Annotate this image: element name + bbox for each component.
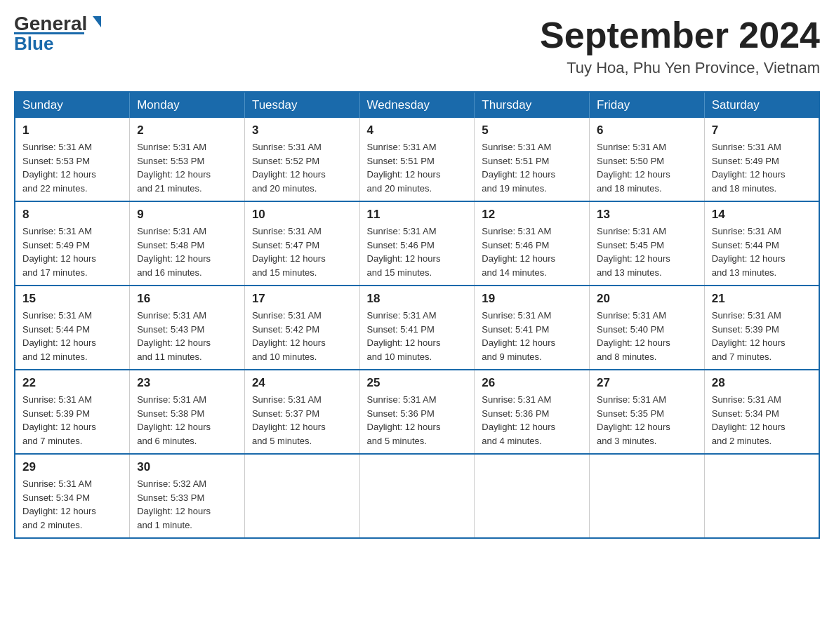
calendar-cell [590,454,705,538]
calendar-table: Sunday Monday Tuesday Wednesday Thursday… [14,91,820,539]
day-number: 11 [367,208,468,222]
day-number: 8 [22,208,122,222]
day-number: 13 [597,208,697,222]
calendar-cell: 25 Sunrise: 5:31 AMSunset: 5:36 PMDaylig… [359,370,475,454]
day-info: Sunrise: 5:31 AMSunset: 5:45 PMDaylight:… [597,224,697,279]
day-number: 2 [137,123,237,137]
header-tuesday: Tuesday [244,92,359,118]
calendar-cell: 24 Sunrise: 5:31 AMSunset: 5:37 PMDaylig… [244,370,359,454]
svg-marker-0 [93,16,101,27]
calendar-week-2: 8 Sunrise: 5:31 AMSunset: 5:49 PMDayligh… [15,201,819,286]
day-info: Sunrise: 5:31 AMSunset: 5:35 PMDaylight:… [597,393,697,448]
day-info: Sunrise: 5:31 AMSunset: 5:34 PMDaylight:… [712,393,812,448]
calendar-cell: 18 Sunrise: 5:31 AMSunset: 5:41 PMDaylig… [359,286,475,370]
header-saturday: Saturday [704,92,819,118]
day-number: 1 [22,123,122,137]
day-info: Sunrise: 5:31 AMSunset: 5:53 PMDaylight:… [137,140,237,195]
calendar-cell: 17 Sunrise: 5:31 AMSunset: 5:42 PMDaylig… [244,286,359,370]
calendar-week-5: 29 Sunrise: 5:31 AMSunset: 5:34 PMDaylig… [15,454,819,538]
day-number: 12 [482,208,582,222]
day-info: Sunrise: 5:32 AMSunset: 5:33 PMDaylight:… [137,477,237,532]
calendar-cell: 4 Sunrise: 5:31 AMSunset: 5:51 PMDayligh… [359,118,475,201]
calendar-cell: 23 Sunrise: 5:31 AMSunset: 5:38 PMDaylig… [130,370,245,454]
day-info: Sunrise: 5:31 AMSunset: 5:50 PMDaylight:… [597,140,697,195]
day-info: Sunrise: 5:31 AMSunset: 5:34 PMDaylight:… [22,477,122,532]
header-wednesday: Wednesday [359,92,475,118]
calendar-cell [475,454,590,538]
day-number: 27 [597,376,697,390]
calendar-cell: 28 Sunrise: 5:31 AMSunset: 5:34 PMDaylig… [704,370,819,454]
calendar-cell: 3 Sunrise: 5:31 AMSunset: 5:52 PMDayligh… [244,118,359,201]
day-info: Sunrise: 5:31 AMSunset: 5:46 PMDaylight:… [367,224,468,279]
day-number: 24 [252,376,352,390]
location: Tuy Hoa, Phu Yen Province, Vietnam [540,59,820,77]
day-number: 14 [712,208,812,222]
day-info: Sunrise: 5:31 AMSunset: 5:41 PMDaylight:… [367,309,468,363]
calendar-cell: 2 Sunrise: 5:31 AMSunset: 5:53 PMDayligh… [130,118,245,201]
day-info: Sunrise: 5:31 AMSunset: 5:39 PMDaylight:… [712,309,812,363]
day-number: 15 [22,292,122,306]
day-number: 10 [252,208,352,222]
calendar-cell: 11 Sunrise: 5:31 AMSunset: 5:46 PMDaylig… [359,201,475,286]
calendar-cell: 16 Sunrise: 5:31 AMSunset: 5:43 PMDaylig… [130,286,245,370]
day-number: 29 [22,460,122,474]
day-info: Sunrise: 5:31 AMSunset: 5:41 PMDaylight:… [482,309,582,363]
day-info: Sunrise: 5:31 AMSunset: 5:43 PMDaylight:… [137,309,237,363]
day-info: Sunrise: 5:31 AMSunset: 5:39 PMDaylight:… [22,393,122,448]
header-sunday: Sunday [15,92,130,118]
calendar-cell: 9 Sunrise: 5:31 AMSunset: 5:48 PMDayligh… [130,201,245,286]
calendar-cell: 13 Sunrise: 5:31 AMSunset: 5:45 PMDaylig… [590,201,705,286]
day-number: 7 [712,123,812,137]
day-number: 4 [367,123,468,137]
day-number: 25 [367,376,468,390]
calendar-cell: 21 Sunrise: 5:31 AMSunset: 5:39 PMDaylig… [704,286,819,370]
day-info: Sunrise: 5:31 AMSunset: 5:51 PMDaylight:… [367,140,468,195]
day-info: Sunrise: 5:31 AMSunset: 5:40 PMDaylight:… [597,309,697,363]
logo-blue: Blue [14,34,53,53]
day-info: Sunrise: 5:31 AMSunset: 5:49 PMDaylight:… [22,224,122,279]
day-info: Sunrise: 5:31 AMSunset: 5:51 PMDaylight:… [482,140,582,195]
header-monday: Monday [130,92,245,118]
day-info: Sunrise: 5:31 AMSunset: 5:49 PMDaylight:… [712,140,812,195]
calendar-cell: 1 Sunrise: 5:31 AMSunset: 5:53 PMDayligh… [15,118,130,201]
day-number: 6 [597,123,697,137]
calendar-cell: 15 Sunrise: 5:31 AMSunset: 5:44 PMDaylig… [15,286,130,370]
calendar-cell: 7 Sunrise: 5:31 AMSunset: 5:49 PMDayligh… [704,118,819,201]
calendar-cell: 6 Sunrise: 5:31 AMSunset: 5:50 PMDayligh… [590,118,705,201]
calendar-week-4: 22 Sunrise: 5:31 AMSunset: 5:39 PMDaylig… [15,370,819,454]
logo-triangle-icon [88,15,104,30]
calendar-cell: 20 Sunrise: 5:31 AMSunset: 5:40 PMDaylig… [590,286,705,370]
day-info: Sunrise: 5:31 AMSunset: 5:44 PMDaylight:… [22,309,122,363]
day-info: Sunrise: 5:31 AMSunset: 5:36 PMDaylight:… [367,393,468,448]
day-number: 26 [482,376,582,390]
calendar-cell: 14 Sunrise: 5:31 AMSunset: 5:44 PMDaylig… [704,201,819,286]
day-number: 23 [137,376,237,390]
day-number: 30 [137,460,237,474]
page-header: General Blue September 2024 Tuy Hoa, Phu… [14,14,820,77]
day-number: 18 [367,292,468,306]
logo-general: General [14,14,87,34]
calendar-cell: 30 Sunrise: 5:32 AMSunset: 5:33 PMDaylig… [130,454,245,538]
month-title: September 2024 [540,14,820,56]
logo: General Blue [14,14,104,53]
day-info: Sunrise: 5:31 AMSunset: 5:38 PMDaylight:… [137,393,237,448]
day-info: Sunrise: 5:31 AMSunset: 5:46 PMDaylight:… [482,224,582,279]
day-info: Sunrise: 5:31 AMSunset: 5:47 PMDaylight:… [252,224,352,279]
title-section: September 2024 Tuy Hoa, Phu Yen Province… [540,14,820,77]
calendar-cell: 27 Sunrise: 5:31 AMSunset: 5:35 PMDaylig… [590,370,705,454]
calendar-cell: 8 Sunrise: 5:31 AMSunset: 5:49 PMDayligh… [15,201,130,286]
header-thursday: Thursday [475,92,590,118]
day-info: Sunrise: 5:31 AMSunset: 5:48 PMDaylight:… [137,224,237,279]
calendar-cell: 29 Sunrise: 5:31 AMSunset: 5:34 PMDaylig… [15,454,130,538]
day-number: 28 [712,376,812,390]
calendar-cell [244,454,359,538]
day-info: Sunrise: 5:31 AMSunset: 5:37 PMDaylight:… [252,393,352,448]
calendar-cell [704,454,819,538]
header-friday: Friday [590,92,705,118]
calendar-header-row: Sunday Monday Tuesday Wednesday Thursday… [15,92,819,118]
calendar-cell: 26 Sunrise: 5:31 AMSunset: 5:36 PMDaylig… [475,370,590,454]
day-info: Sunrise: 5:31 AMSunset: 5:36 PMDaylight:… [482,393,582,448]
calendar-week-3: 15 Sunrise: 5:31 AMSunset: 5:44 PMDaylig… [15,286,819,370]
day-number: 19 [482,292,582,306]
day-number: 17 [252,292,352,306]
